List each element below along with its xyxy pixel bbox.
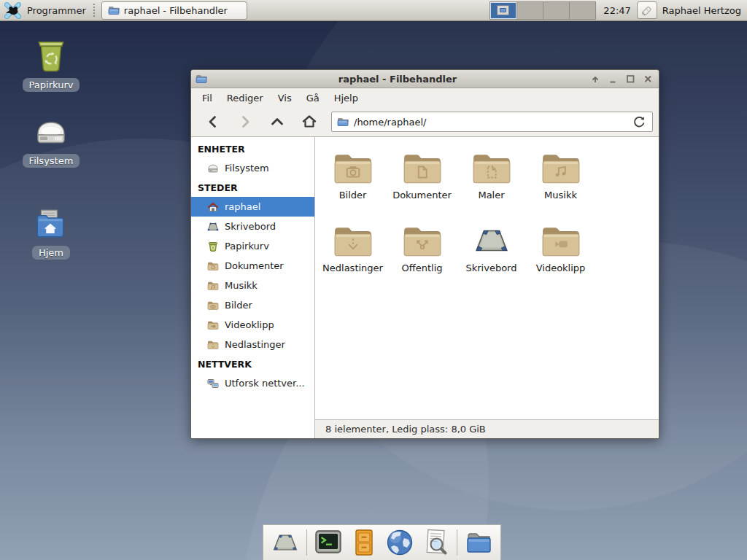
trash-icon (207, 241, 219, 252)
sidebar-item-filsystem[interactable]: Filsystem (191, 158, 314, 178)
search-launcher[interactable] (421, 528, 450, 557)
terminal-launcher[interactable] (314, 528, 343, 557)
dock-separator (306, 529, 307, 556)
file-item-nedlastinger[interactable]: Nedlastinger (318, 219, 387, 292)
minimize-button[interactable] (605, 72, 619, 85)
file-label: Dokumenter (392, 190, 452, 201)
desktop-icon-label: Papirkurv (23, 78, 80, 92)
sidebar-item-label: Nedlastinger (225, 339, 285, 350)
folder-downloads-icon (207, 339, 219, 351)
top-panel: Programmer raphael - Filbehandler 22:47 … (0, 0, 747, 21)
panel-handle (93, 4, 97, 17)
dock-separator (457, 529, 457, 556)
folder-pictures-icon (333, 151, 373, 184)
file-item-offentlig[interactable]: Offentlig (387, 219, 457, 292)
workspace-2[interactable] (516, 2, 543, 19)
network-icon (207, 378, 219, 389)
menu-fil[interactable]: Fil (195, 90, 220, 106)
workspace-pager (489, 1, 596, 20)
drive-icon (32, 114, 70, 150)
applications-menu-button[interactable]: Programmer (21, 1, 90, 20)
file-item-dokumenter[interactable]: Dokumenter (387, 147, 457, 219)
forward-button[interactable] (229, 110, 261, 133)
sidebar-item-label: raphael (225, 201, 260, 212)
shade-button[interactable] (588, 72, 602, 85)
menu-ga[interactable]: Gå (299, 90, 327, 106)
file-item-musikk[interactable]: Musikk (526, 147, 595, 219)
workspace-3[interactable] (543, 2, 569, 19)
folder-window-icon (108, 4, 120, 16)
sidebar-header-network: NETTVERK (191, 354, 314, 373)
folder-music-icon (541, 151, 581, 184)
sidebar-item-nedlastinger[interactable]: Nedlastinger (191, 335, 314, 354)
home-button[interactable] (293, 110, 325, 133)
window-controls (588, 72, 654, 85)
toolbar: /home/raphael/ (191, 107, 659, 136)
menubar: Fil Rediger Vis Gå Hjelp (191, 88, 659, 107)
menu-vis[interactable]: Vis (271, 90, 299, 106)
username-label: Raphael Hertzog (662, 5, 741, 16)
file-cabinet-icon (349, 528, 379, 557)
desktop-icon-home[interactable]: Hjem (13, 207, 89, 260)
file-label: Musikk (544, 190, 577, 201)
show-desktop-button[interactable] (271, 528, 300, 557)
file-label: Maler (478, 190, 504, 201)
file-item-maler[interactable]: Maler (457, 147, 526, 219)
file-manager-launcher[interactable] (349, 528, 379, 557)
clock: 22:47 (603, 5, 630, 16)
desktop-root: { "colors": { "selection_blue": "#4282cd… (0, 0, 747, 560)
menu-hjelp[interactable]: Hjelp (327, 90, 365, 106)
menu-rediger[interactable]: Rediger (220, 90, 271, 106)
desktop-icon-label: Filsystem (23, 154, 80, 168)
location-path[interactable]: /home/raphael/ (354, 117, 626, 128)
folder-templates-icon (472, 151, 511, 184)
folder-pictures-icon (207, 300, 219, 311)
eraser-icon (640, 4, 653, 17)
sidebar-item-bilder[interactable]: Bilder (191, 295, 314, 315)
sidebar-item-label: Videoklipp (225, 319, 274, 330)
window-content: ENHETER Filsystem STEDER raphael (191, 136, 659, 438)
session-action-button[interactable] (637, 1, 657, 19)
workspace-4[interactable] (569, 2, 595, 19)
sidebar-header-places: STEDER (191, 178, 314, 197)
titlebar[interactable]: raphael - Filbehandler (191, 70, 659, 88)
folder-documents-icon (403, 151, 442, 184)
sidebar-item-label: Musikk (225, 280, 258, 291)
taskbar-window-button[interactable]: raphael - Filbehandler (101, 1, 247, 20)
file-pane: Bilder Dokumenter (315, 137, 659, 438)
maximize-button[interactable] (623, 72, 637, 85)
sidebar-item-videoklipp[interactable]: Videoklipp (191, 315, 314, 335)
sidebar-item-dokumenter[interactable]: Dokumenter (191, 256, 314, 276)
reload-button[interactable] (631, 114, 647, 130)
sidebar-item-skrivebord[interactable]: Skrivebord (191, 217, 314, 236)
file-item-videoklipp[interactable]: Videoklipp (526, 219, 595, 292)
file-manager-window: raphael - Filbehandler Fil Rediger Vis G… (190, 69, 659, 439)
sidebar-item-label: Dokumenter (225, 260, 284, 271)
location-bar[interactable]: /home/raphael/ (331, 112, 653, 132)
location-folder-icon (337, 116, 349, 128)
folder-videos-icon (541, 224, 581, 257)
file-label: Bilder (339, 190, 367, 201)
sidebar-item-musikk[interactable]: Musikk (191, 276, 314, 295)
sidebar-item-raphael[interactable]: raphael (191, 197, 314, 217)
folder-documents-icon (207, 260, 219, 272)
folder-launcher[interactable] (464, 528, 493, 557)
web-browser-launcher[interactable] (385, 528, 414, 557)
sidebar-item-papirkurv[interactable]: Papirkurv (191, 236, 314, 256)
close-button[interactable] (640, 72, 654, 85)
desktop-icon-trash[interactable]: Papirkurv (13, 36, 89, 92)
folder-videos-icon (207, 319, 219, 331)
files-view: Bilder Dokumenter (315, 137, 659, 419)
file-item-skrivebord[interactable]: Skrivebord (457, 219, 526, 292)
desktop-icon-filesystem[interactable]: Filsystem (13, 114, 89, 168)
taskbar-window-label: raphael - Filbehandler (124, 5, 228, 16)
sidebar-item-network[interactable]: Utforsk nettver... (191, 373, 314, 393)
file-item-bilder[interactable]: Bilder (318, 147, 387, 219)
workspace-1[interactable] (490, 2, 516, 19)
back-button[interactable] (197, 110, 229, 133)
statusbar-text: 8 ielementer, Ledig plass: 8,0 GiB (325, 424, 486, 435)
drive-icon (207, 163, 219, 174)
file-label: Nedlastinger (322, 262, 383, 273)
folder-music-icon (207, 280, 219, 292)
up-button[interactable] (261, 110, 293, 133)
